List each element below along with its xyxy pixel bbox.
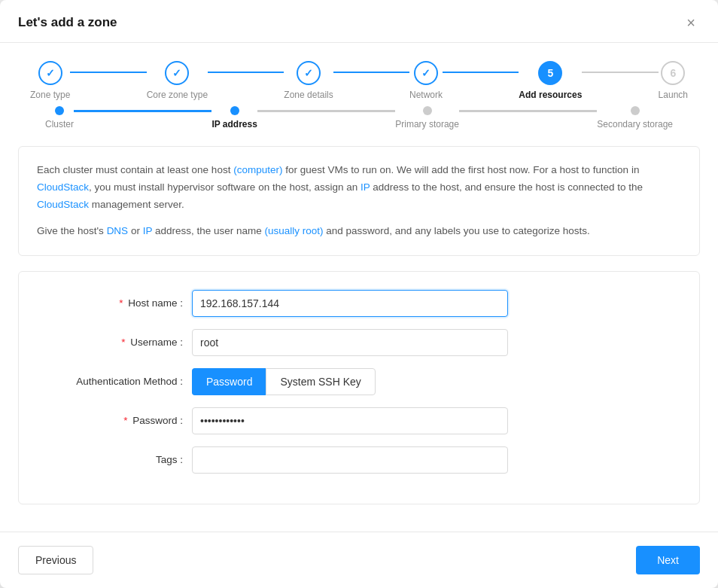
step-label-core-zone-type: Core zone type <box>147 90 208 100</box>
step-launch: 6 Launch <box>659 61 688 100</box>
step-circle-launch: 6 <box>661 61 685 85</box>
highlight-root: (usually root) <box>265 225 324 236</box>
info-text: Each cluster must contain at least one h… <box>37 162 681 240</box>
step-label-launch: Launch <box>659 90 688 100</box>
hostname-label: * Host name : <box>49 297 192 309</box>
step-circle-add-resources: 5 <box>538 61 562 85</box>
sub-label-secondary-storage: Secondary storage <box>597 119 673 129</box>
step-circle-zone-details <box>297 61 321 85</box>
password-required: * <box>123 415 127 426</box>
step-label-add-resources: Add resources <box>519 90 582 100</box>
auth-ssh-button[interactable]: System SSH Key <box>266 368 375 395</box>
sub-label-primary-storage: Primary storage <box>395 119 459 129</box>
step-circle-zone-type <box>38 61 62 85</box>
sub-step-primary-storage: Primary storage <box>395 106 459 129</box>
auth-method-row: Authentication Method : Password System … <box>49 368 669 395</box>
hostname-row: * Host name : <box>49 290 669 317</box>
sub-connector-3 <box>459 110 597 112</box>
step-number-6: 6 <box>670 67 676 79</box>
dialog-title: Let's add a zone <box>18 15 117 30</box>
wizard-steps: Zone type Core zone type Zone details Ne… <box>0 43 718 106</box>
sub-label-cluster: Cluster <box>45 119 74 129</box>
username-required: * <box>121 337 125 348</box>
dialog-footer: Previous Next <box>0 532 718 588</box>
step-network: Network <box>409 61 443 100</box>
auth-password-button[interactable]: Password <box>192 368 266 395</box>
sub-dot-cluster <box>55 106 64 115</box>
highlight-cloudstack-2: CloudStack <box>37 199 89 210</box>
next-button[interactable]: Next <box>636 546 700 574</box>
auth-method-buttons: Password System SSH Key <box>192 368 376 395</box>
sub-dot-ip-address <box>230 106 239 115</box>
username-row: * Username : <box>49 329 669 356</box>
step-number-5: 5 <box>547 67 553 79</box>
checkmark-icon-3 <box>304 67 313 79</box>
add-zone-dialog: Let's add a zone × Zone type Core zone t… <box>0 0 718 588</box>
sub-connector-2 <box>257 110 395 112</box>
previous-button[interactable]: Previous <box>18 546 93 574</box>
close-button[interactable]: × <box>682 14 700 32</box>
step-core-zone-type: Core zone type <box>147 61 208 100</box>
highlight-computer: (computer) <box>233 164 282 175</box>
username-label: * Username : <box>49 337 192 348</box>
info-paragraph-2: Give the host's DNS or IP address, the u… <box>37 223 681 240</box>
connector-4 <box>443 72 519 73</box>
checkmark-icon-4 <box>421 67 430 79</box>
checkmark-icon <box>46 67 55 79</box>
connector-3 <box>333 72 409 73</box>
hostname-input[interactable] <box>192 290 508 317</box>
sub-steps: Cluster IP address Primary storage Secon… <box>0 106 718 137</box>
tags-label: Tags : <box>49 454 192 465</box>
tags-input[interactable] <box>192 446 508 474</box>
checkmark-icon-2 <box>172 67 181 79</box>
dialog-header: Let's add a zone × <box>0 0 718 43</box>
highlight-ip: IP <box>361 181 370 193</box>
sub-connector-1 <box>74 110 211 112</box>
highlight-cloudstack-1: CloudStack <box>37 181 89 193</box>
step-circle-network <box>414 61 438 85</box>
password-label: * Password : <box>49 415 192 426</box>
step-circle-core-zone-type <box>165 61 189 85</box>
info-paragraph-1: Each cluster must contain at least one h… <box>37 162 681 214</box>
highlight-ip-2: IP <box>143 225 153 236</box>
highlight-dns: DNS <box>107 225 129 236</box>
step-label-zone-details: Zone details <box>284 90 333 100</box>
connector-2 <box>208 72 284 73</box>
step-label-network: Network <box>409 90 443 100</box>
step-zone-type: Zone type <box>30 61 70 100</box>
auth-method-label: Authentication Method : <box>49 376 192 387</box>
password-input[interactable] <box>192 407 508 434</box>
info-box: Each cluster must contain at least one h… <box>18 146 700 256</box>
sub-dot-primary-storage <box>423 106 432 115</box>
step-add-resources: 5 Add resources <box>519 61 582 100</box>
password-row: * Password : <box>49 407 669 434</box>
tags-row: Tags : <box>49 446 669 474</box>
sub-dot-secondary-storage <box>631 106 640 115</box>
sub-step-secondary-storage: Secondary storage <box>597 106 673 129</box>
form-section: * Host name : * Username : Authenticatio… <box>18 271 700 504</box>
step-label-zone-type: Zone type <box>30 90 70 100</box>
sub-step-cluster: Cluster <box>45 106 74 129</box>
username-input[interactable] <box>192 329 508 356</box>
sub-label-ip-address: IP address <box>211 119 257 129</box>
step-zone-details: Zone details <box>284 61 333 100</box>
connector-5 <box>582 72 658 73</box>
sub-step-ip-address: IP address <box>211 106 257 129</box>
hostname-required: * <box>119 297 123 309</box>
connector-1 <box>70 72 146 73</box>
